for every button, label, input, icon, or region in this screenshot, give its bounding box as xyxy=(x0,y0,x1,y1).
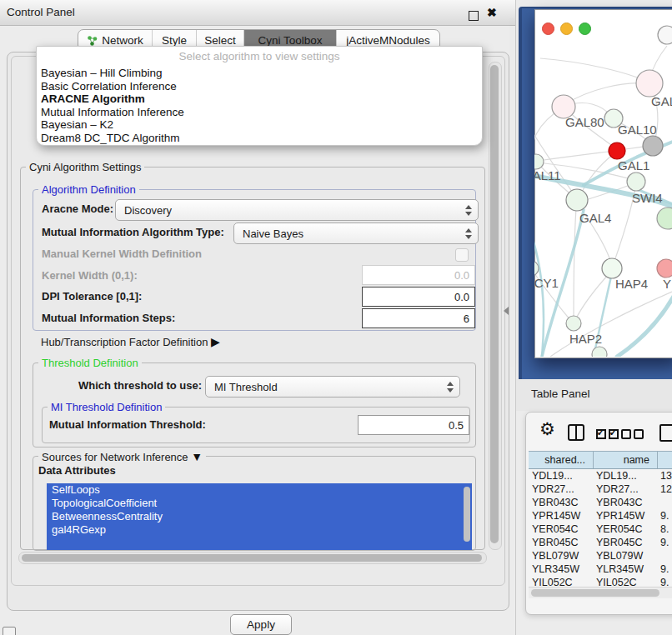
settings-vertical-thumb[interactable] xyxy=(490,65,499,543)
node-label-gal4: GAL4 xyxy=(579,211,611,225)
table-cell: YLR345W xyxy=(593,562,657,576)
dpi-tolerance-label: DPI Tolerance [0,1]: xyxy=(42,289,142,304)
table-cell: 9. xyxy=(657,562,672,576)
network-node-gal1[interactable] xyxy=(627,172,645,191)
hub-section-label: Hub/Transcription Factor Definition xyxy=(41,336,208,348)
table-row[interactable]: YBR043CYBR043C xyxy=(529,496,672,509)
network-node-pink-right[interactable] xyxy=(657,259,672,278)
apply-button[interactable]: Apply xyxy=(230,614,292,635)
close-icon[interactable]: ✖ xyxy=(487,5,497,20)
table-row[interactable]: YBL079WYBL079W xyxy=(529,549,672,562)
column-header-hidden[interactable] xyxy=(657,452,672,468)
network-node-swi4[interactable] xyxy=(657,208,672,229)
network-edge xyxy=(574,208,576,320)
node-label-hap2: HAP2 xyxy=(569,332,602,346)
algorithm-option-bayesian-k2[interactable]: Bayesian – K2 xyxy=(37,118,482,132)
control-panel-titlebar: Control Panel ✖ xyxy=(0,0,515,26)
network-node-gray-node[interactable] xyxy=(643,136,663,156)
attribute-gal4rgexp[interactable]: gal4RGexp xyxy=(47,523,472,537)
table-row[interactable]: YLR345WYLR345W9. xyxy=(529,562,672,576)
table-cell: YDL19... xyxy=(593,469,657,482)
node-label-gal1: GAL1 xyxy=(618,158,649,172)
table-cell: YBR043C xyxy=(529,496,593,509)
mi-steps-value: 6 xyxy=(464,312,469,325)
which-threshold-label: Which threshold to use: xyxy=(78,378,202,393)
data-attributes-list[interactable]: SelfLoopsTopologicalCoefficientBetweenne… xyxy=(47,483,472,550)
algorithm-option-bayesian-hill-climbing[interactable]: Bayesian – Hill Climbing xyxy=(37,67,482,80)
network-node-gal4[interactable] xyxy=(566,189,588,211)
network-node-partial-top[interactable] xyxy=(658,26,672,44)
table-row[interactable]: YBR045CYBR045C9. xyxy=(529,536,672,549)
algorithm-option-aracne-algorithm[interactable]: ARACNE Algorithm xyxy=(37,92,482,106)
attribute-selfloops[interactable]: SelfLoops xyxy=(47,483,472,497)
mi-type-combo[interactable]: Naive Bayes xyxy=(233,222,479,244)
column-header-shared[interactable]: shared... xyxy=(529,452,593,468)
table-cell: YER054C xyxy=(529,522,593,536)
attribute-topologicalcoefficient[interactable]: TopologicalCoefficient xyxy=(47,497,472,510)
hub-section-toggle[interactable]: Hub/Transcription Factor Definition ▶ xyxy=(41,334,220,350)
mi-steps-input[interactable]: 6 xyxy=(362,308,475,328)
control-panel-title: Control Panel xyxy=(7,0,75,25)
settings-horizontal-thumb[interactable] xyxy=(22,554,482,562)
table-row[interactable]: YPR145WYPR145W9. xyxy=(529,509,672,522)
kernel-width-input[interactable]: 0.0 xyxy=(362,265,475,285)
network-node-hap2[interactable] xyxy=(566,316,581,331)
table-cell xyxy=(657,549,672,562)
network-icon xyxy=(87,35,98,46)
settings-vertical-scrollbar[interactable] xyxy=(489,62,502,550)
table-row[interactable]: YER054CYER054C8. xyxy=(529,522,672,536)
table-cell: YBL079W xyxy=(529,549,593,562)
algorithm-option-dream8-dc-tdc-algorithm[interactable]: Dream8 DC_TDC Algorithm xyxy=(37,132,482,145)
panel-divider-grip[interactable] xyxy=(504,307,509,315)
mi-threshold-definition-title: MI Threshold Definition xyxy=(48,401,165,413)
dpi-tolerance-input[interactable]: 0.0 xyxy=(362,287,475,307)
mi-type-value: Naive Bayes xyxy=(243,228,303,240)
attribute-partial-row[interactable] xyxy=(47,537,472,550)
table-cell: YBR043C xyxy=(593,496,657,509)
tab-label: Select xyxy=(204,34,236,47)
manual-kernel-checkbox[interactable] xyxy=(455,248,469,262)
dropdown-prompt: Select algorithm to view settings xyxy=(37,47,482,67)
network-node-partial-bottom[interactable] xyxy=(592,347,607,357)
algorithm-option-mutual-information-inference[interactable]: Mutual Information Inference xyxy=(37,106,482,119)
dock-icon[interactable] xyxy=(3,627,16,635)
column-header-name[interactable]: name xyxy=(593,452,657,468)
attributes-scrollbar-thumb[interactable] xyxy=(464,487,470,542)
aracne-mode-combo[interactable]: Discovery xyxy=(115,199,479,221)
float-window-icon[interactable] xyxy=(469,11,479,21)
node-label-gal80: GAL80 xyxy=(565,115,604,129)
attribute-betweennesscentrality[interactable]: BetweennessCentrality xyxy=(47,510,472,523)
aracne-mode-label: Aracne Mode: xyxy=(42,202,113,217)
table-horizontal-thumb[interactable] xyxy=(531,589,659,597)
table-cell: YBR045C xyxy=(593,536,657,549)
mi-threshold-input[interactable]: 0.5 xyxy=(358,415,469,435)
network-node-hap4[interactable] xyxy=(602,258,622,278)
select-all-checkboxes-icon[interactable] xyxy=(594,426,619,441)
network-edge xyxy=(540,58,644,80)
sources-title[interactable]: Sources for Network Inference ▼ xyxy=(38,450,206,463)
settings-gear-icon[interactable]: ⚙ xyxy=(539,420,555,438)
network-canvas[interactable]: GALGAL80GAL10GAL1GAL11GAL4SWI4GCY1HAP4YH… xyxy=(534,9,672,357)
network-node-red-node[interactable] xyxy=(609,142,625,159)
node-label-gal11: GAL11 xyxy=(534,168,561,182)
network-node-gal11[interactable] xyxy=(534,154,544,169)
table-cell: YER054C xyxy=(593,522,657,536)
which-threshold-combo[interactable]: MI Threshold xyxy=(205,376,460,398)
algorithm-option-basic-correlation-inference[interactable]: Basic Correlation Inference xyxy=(37,80,482,93)
collapsed-triangle-icon: ▶ xyxy=(211,335,220,348)
table-document-icon[interactable] xyxy=(659,424,672,442)
table-horizontal-scrollbar[interactable] xyxy=(529,587,672,598)
table-row[interactable]: YDR27...YDR27...12 xyxy=(529,482,672,496)
algorithm-definition-title: Algorithm Definition xyxy=(38,183,139,196)
column-layout-icon[interactable] xyxy=(568,424,584,441)
network-node-gal-partial[interactable] xyxy=(636,70,663,97)
node-table[interactable]: shared...nameYDL19...YDL19...13YDR27...Y… xyxy=(529,451,672,586)
table-row[interactable]: YIL052CYIL052C9. xyxy=(529,576,672,586)
table-row[interactable]: YDL19...YDL19...13 xyxy=(529,469,672,482)
settings-horizontal-scrollbar[interactable] xyxy=(18,552,487,564)
deselect-all-checkboxes-icon[interactable] xyxy=(619,426,644,441)
network-edge xyxy=(538,151,614,161)
which-threshold-value: MI Threshold xyxy=(214,381,278,393)
table-cell: 9. xyxy=(657,509,672,522)
manual-kernel-label: Manual Kernel Width Definition xyxy=(42,247,202,262)
